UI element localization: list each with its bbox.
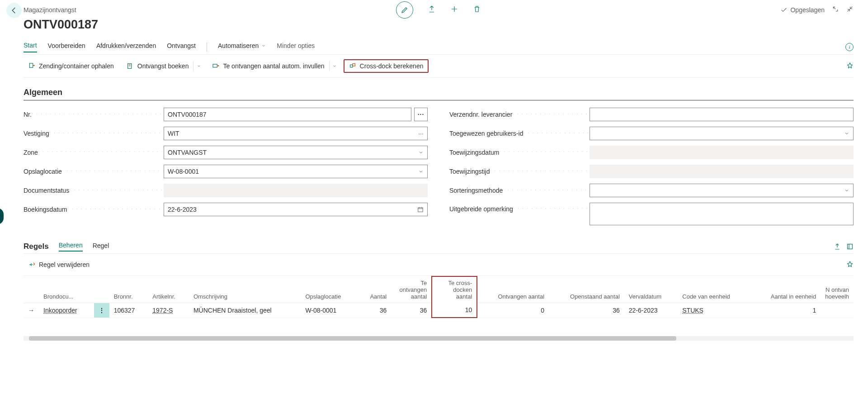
cell-opslag: W-08-0001 <box>301 303 358 318</box>
action-autofill[interactable]: Te ontvangen aantal autom. invullen <box>208 60 329 72</box>
edit-button[interactable] <box>396 1 413 19</box>
cell-bronnr: 106327 <box>109 303 148 318</box>
action-bar: Zending/container ophalen Ontvangst boek… <box>24 55 854 78</box>
lines-tab-beheren[interactable]: Beheren <box>59 242 83 252</box>
info-icon[interactable]: i <box>845 43 854 51</box>
tab-divider <box>207 43 207 52</box>
tab-ontvangst[interactable]: Ontvangst <box>167 42 196 52</box>
input-nr[interactable]: ONTV000187 <box>164 108 411 121</box>
tab-minder-opties[interactable]: Minder opties <box>277 42 315 52</box>
tabs-bar: Start Voorbereiden Afdrukken/verzenden O… <box>24 42 854 55</box>
svg-rect-6 <box>848 244 853 249</box>
table-row[interactable]: → Inkooporder ⋮ 106327 1972-S MÜNCHEN Dr… <box>24 303 854 318</box>
label-nr: Nr. <box>24 111 164 118</box>
svg-rect-0 <box>29 63 33 67</box>
document-arrow-icon <box>28 62 35 70</box>
col-ontvangen[interactable]: Ontvangen aantal <box>477 276 549 303</box>
cell-aantal: 36 <box>358 303 391 318</box>
action-zending-ophalen[interactable]: Zending/container ophalen <box>24 60 118 72</box>
saved-indicator: Opgeslagen <box>780 6 825 14</box>
svg-rect-4 <box>353 64 355 66</box>
col-aantalin[interactable]: Aantal in eenheid <box>750 276 821 303</box>
tab-automatiseren[interactable]: Automatiseren <box>218 42 266 52</box>
svg-rect-5 <box>418 208 423 212</box>
input-toewijzingsdatum <box>590 146 854 159</box>
col-omschrijving[interactable]: Omschrijving <box>189 276 301 303</box>
col-bronnr[interactable]: Bronnr. <box>109 276 148 303</box>
col-vervaldatum[interactable]: Vervaldatum <box>624 276 678 303</box>
popout-icon[interactable] <box>832 5 839 14</box>
action-crossdock[interactable]: Cross-dock berekenen <box>344 59 429 73</box>
col-codevan[interactable]: Code van eenheid <box>678 276 750 303</box>
col-opslag[interactable]: Opslaglocatie <box>301 276 358 303</box>
input-toegewezen[interactable] <box>590 127 854 140</box>
pin-lines-icon[interactable] <box>846 261 854 269</box>
cell-openstaand: 36 <box>549 303 624 318</box>
col-aantal[interactable]: Aantal <box>358 276 391 303</box>
back-button[interactable] <box>6 3 22 18</box>
input-toewijzingstijd <box>590 165 854 178</box>
cell-artikelnr[interactable]: 1972-S <box>152 307 173 314</box>
label-vestiging: Vestiging <box>24 130 164 137</box>
cell-codevan[interactable]: STUKS <box>682 307 703 314</box>
lines-tab-regel[interactable]: Regel <box>93 242 109 251</box>
action-autofill-dropdown[interactable] <box>329 61 340 71</box>
ledger-icon <box>127 62 134 70</box>
label-toewijzingsdatum: Toewijzingsdatum <box>449 149 590 156</box>
lines-title: Regels <box>24 242 49 251</box>
cell-aantalin: 1 <box>750 303 821 318</box>
label-zone: Zone <box>24 149 164 156</box>
autofill-icon <box>212 62 219 70</box>
label-sortering: Sorteringsmethode <box>449 187 590 194</box>
lines-table: Brondocu... Bronnr. Artikelnr. Omschrijv… <box>24 276 854 318</box>
svg-rect-3 <box>350 65 352 67</box>
pin-icon[interactable] <box>846 62 854 71</box>
delete-icon[interactable] <box>473 5 481 14</box>
label-toewijzingstijd: Toewijzingstijd <box>449 168 590 175</box>
label-toegewezen: Toegewezen gebruikers-id <box>449 130 590 137</box>
input-opslaglocatie[interactable]: W-08-0001 <box>164 165 428 178</box>
cell-brondoc[interactable]: Inkooporder <box>43 307 77 314</box>
breadcrumb: Magazijnontvangst <box>24 6 76 14</box>
label-documentstatus: Documentstatus <box>24 187 164 194</box>
col-tecross[interactable]: Te cross-docken aantal <box>432 276 477 303</box>
input-verzendnr[interactable] <box>590 108 854 121</box>
new-icon[interactable] <box>450 5 458 14</box>
action-regel-verwijderen[interactable]: Regel verwijderen <box>24 258 94 271</box>
cell-ontvangen: 0 <box>477 303 549 318</box>
horizontal-scrollbar[interactable] <box>24 336 854 341</box>
tab-start[interactable]: Start <box>24 42 37 52</box>
input-vestiging[interactable]: WIT··· <box>164 127 428 140</box>
calendar-icon <box>417 206 424 213</box>
input-opmerking[interactable] <box>590 203 854 225</box>
label-opslaglocatie: Opslaglocatie <box>24 168 164 175</box>
cell-tecross[interactable]: 10 <box>432 303 477 318</box>
col-brondoc[interactable]: Brondocu... <box>39 276 94 303</box>
share-icon[interactable] <box>428 5 436 14</box>
col-artikelnr[interactable]: Artikelnr. <box>148 276 189 303</box>
svg-rect-2 <box>213 64 217 67</box>
col-teontvangen[interactable]: Te ontvangen aantal <box>391 276 432 303</box>
col-ontvanh[interactable]: N ontvan hoeveelh <box>821 276 854 303</box>
tab-voorbereiden[interactable]: Voorbereiden <box>48 42 85 52</box>
cell-teontvangen[interactable]: 36 <box>391 303 432 318</box>
input-sortering[interactable] <box>590 184 854 197</box>
page-title: ONTV000187 <box>24 18 854 32</box>
input-documentstatus <box>164 184 428 197</box>
cell-vervaldatum: 22-6-2023 <box>624 303 678 318</box>
col-openstaand[interactable]: Openstaand aantal <box>549 276 624 303</box>
lookup-nr-button[interactable]: ··· <box>414 108 428 121</box>
share-lines-icon[interactable] <box>834 243 841 250</box>
row-selector-icon[interactable]: → <box>24 303 39 318</box>
input-boekingsdatum[interactable]: 22-6-2023 <box>164 203 428 216</box>
section-general-title: Algemeen <box>24 88 854 100</box>
action-boeken-dropdown[interactable] <box>193 61 204 71</box>
tab-afdrukken[interactable]: Afdrukken/verzenden <box>96 42 156 52</box>
maximize-lines-icon[interactable] <box>846 243 854 250</box>
label-verzendnr: Verzendnr. leverancier <box>449 111 590 118</box>
collapse-icon[interactable] <box>846 5 854 14</box>
row-menu-button[interactable]: ⋮ <box>94 303 109 318</box>
action-ontvangst-boeken[interactable]: Ontvangst boeken <box>122 60 193 72</box>
input-zone[interactable]: ONTVANGST <box>164 146 428 159</box>
label-opmerking: Uitgebreide opmerking <box>449 203 590 213</box>
